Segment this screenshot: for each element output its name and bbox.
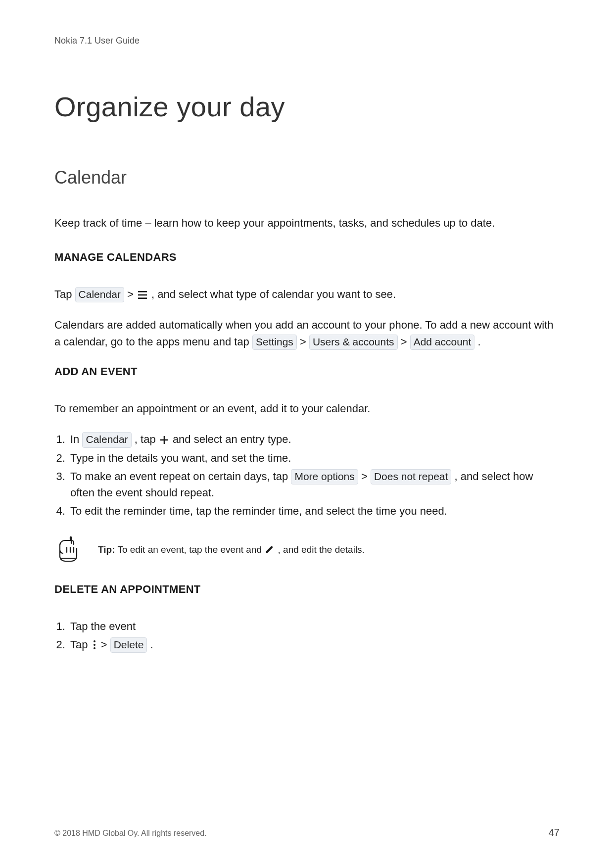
manage-line-1: Tap Calendar > , and select what type of… bbox=[54, 286, 560, 303]
ui-label-calendar: Calendar bbox=[75, 287, 124, 302]
add-event-intro: To remember an appointment or an event, … bbox=[54, 400, 560, 417]
copyright-text: © 2018 HMD Global Oy. All rights reserve… bbox=[54, 829, 207, 838]
page-footer: © 2018 HMD Global Oy. All rights reserve… bbox=[54, 827, 560, 838]
list-item: In Calendar , tap and select an entry ty… bbox=[68, 431, 560, 447]
list-item: Type in the details you want, and set th… bbox=[68, 450, 560, 466]
text: and select an entry type. bbox=[173, 433, 291, 445]
section-intro: Keep track of time – learn how to keep y… bbox=[54, 215, 560, 231]
heading-manage-calendars: MANAGE CALENDARS bbox=[54, 251, 560, 264]
ui-label-delete: Delete bbox=[110, 637, 147, 653]
svg-point-10 bbox=[94, 644, 95, 646]
text: Tap the event bbox=[70, 620, 136, 632]
text: Type in the details you want, and set th… bbox=[70, 452, 291, 464]
ui-label-calendar: Calendar bbox=[82, 432, 131, 447]
ui-label-more-options: More options bbox=[291, 469, 358, 484]
pencil-icon bbox=[265, 545, 274, 554]
text: , tap bbox=[135, 433, 159, 445]
text: . bbox=[478, 336, 481, 348]
text: In bbox=[70, 433, 82, 445]
text-gt: > bbox=[101, 638, 110, 651]
heading-delete-appointment: DELETE AN APPOINTMENT bbox=[54, 583, 560, 596]
text-gt: > bbox=[127, 288, 137, 300]
list-item: Tap > Delete . bbox=[68, 636, 560, 653]
tip-label: Tip: bbox=[98, 544, 115, 555]
text: , and select what type of calendar you w… bbox=[151, 288, 396, 300]
running-header: Nokia 7.1 User Guide bbox=[54, 36, 560, 46]
svg-rect-1 bbox=[138, 294, 147, 296]
svg-rect-0 bbox=[138, 291, 147, 292]
hand-point-icon bbox=[55, 536, 82, 563]
ui-label-does-not-repeat: Does not repeat bbox=[371, 469, 451, 484]
chapter-title: Organize your day bbox=[54, 91, 560, 123]
svg-rect-4 bbox=[160, 439, 168, 441]
tip-text: Tip: To edit an event, tap the event and… bbox=[98, 543, 365, 557]
svg-point-9 bbox=[94, 640, 95, 642]
text: , and edit the details. bbox=[278, 544, 365, 555]
delete-steps: Tap the event Tap > Delete . bbox=[54, 618, 560, 653]
add-event-steps: In Calendar , tap and select an entry ty… bbox=[54, 431, 560, 519]
text: To make an event repeat on certain days,… bbox=[70, 470, 291, 482]
text: Tap bbox=[54, 288, 75, 300]
ui-label-users-accounts: Users & accounts bbox=[309, 335, 398, 350]
svg-point-11 bbox=[94, 647, 95, 649]
plus-icon bbox=[160, 435, 169, 444]
list-item: Tap the event bbox=[68, 618, 560, 634]
text-gt: > bbox=[401, 336, 410, 348]
svg-rect-2 bbox=[138, 297, 147, 299]
text: . bbox=[150, 638, 153, 651]
hamburger-icon bbox=[138, 290, 147, 299]
list-item: To make an event repeat on certain days,… bbox=[68, 468, 560, 501]
heading-add-event: ADD AN EVENT bbox=[54, 365, 560, 378]
tip-block: Tip: To edit an event, tap the event and… bbox=[54, 536, 560, 563]
text-gt: > bbox=[361, 470, 371, 482]
page-number: 47 bbox=[549, 827, 560, 838]
ui-label-settings: Settings bbox=[252, 335, 297, 350]
more-vert-icon bbox=[92, 640, 97, 650]
page: Nokia 7.1 User Guide Organize your day C… bbox=[0, 0, 614, 868]
manage-para-2: Calendars are added automatically when y… bbox=[54, 317, 560, 350]
text: To edit an event, tap the event and bbox=[117, 544, 264, 555]
list-item: To edit the reminder time, tap the remin… bbox=[68, 503, 560, 519]
section-title-calendar: Calendar bbox=[54, 167, 560, 188]
text: Tap bbox=[70, 638, 91, 651]
ui-label-add-account: Add account bbox=[410, 335, 475, 350]
text: To edit the reminder time, tap the remin… bbox=[70, 505, 447, 517]
text-gt: > bbox=[300, 336, 309, 348]
